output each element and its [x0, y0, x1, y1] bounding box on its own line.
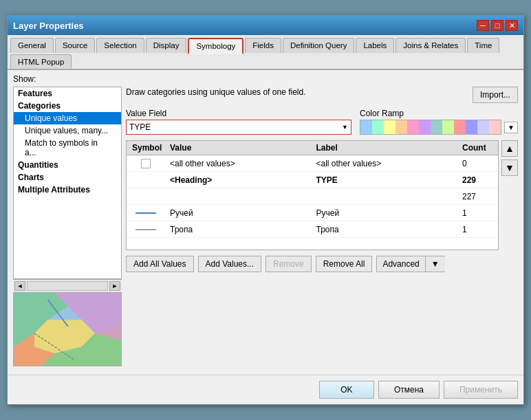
symbol-line-blue-cell	[127, 212, 164, 214]
tab-source[interactable]: Source	[55, 38, 95, 53]
symbol-checkbox[interactable]	[141, 159, 151, 168]
left-panel: Features Categories Unique values Unique…	[13, 87, 122, 279]
tab-display[interactable]: Display	[146, 38, 187, 53]
tab-definition-query[interactable]: Definition Query	[283, 38, 354, 53]
close-button[interactable]: ✕	[506, 20, 518, 31]
window-title: Layer Properties	[13, 21, 84, 31]
advanced-button-group: Advanced ▼	[376, 256, 444, 272]
tab-selection[interactable]: Selection	[96, 38, 144, 53]
tab-time[interactable]: Time	[467, 38, 499, 53]
minimize-button[interactable]: ─	[477, 20, 489, 31]
tab-fields[interactable]: Fields	[245, 38, 281, 53]
td-label-tropa: Тропа	[311, 225, 457, 234]
value-field-select-wrap: TYPE	[126, 120, 351, 135]
table-row: <Heading> TYPE 229	[127, 172, 498, 188]
sidebar-item-match-symbols[interactable]: Match to symbols in a...	[14, 137, 121, 159]
sidebar-item-categories[interactable]: Categories	[14, 100, 121, 112]
remove-all-button[interactable]: Remove All	[316, 256, 373, 272]
sidebar-item-features[interactable]: Features	[14, 87, 121, 100]
table-row: <all other values> <all other values> 0	[127, 155, 498, 172]
move-down-button[interactable]: ▼	[501, 159, 518, 176]
td-value-tropa: Тропа	[164, 225, 311, 234]
td-count-heading: 229	[457, 175, 498, 185]
scroll-right-button[interactable]: ►	[109, 281, 120, 291]
scroll-left-button[interactable]: ◄	[14, 281, 25, 291]
th-value: Value	[164, 143, 311, 153]
td-count-227: 227	[457, 192, 498, 201]
import-button[interactable]: Import...	[473, 87, 518, 103]
td-count-ruchey: 1	[457, 208, 498, 218]
th-label: Label	[311, 143, 457, 153]
color-ramp-dropdown-button[interactable]: ▼	[504, 122, 518, 133]
td-label-heading: TYPE	[311, 175, 457, 185]
tab-general[interactable]: General	[10, 38, 54, 53]
table-row: 227	[127, 188, 498, 205]
main-body: Features Categories Unique values Unique…	[13, 87, 518, 366]
sidebar-item-multiple-attributes[interactable]: Multiple Attributes	[14, 184, 121, 196]
table-arrow-buttons: ▲ ▼	[501, 140, 518, 256]
layer-properties-window: Layer Properties ─ □ ✕ General Source Se…	[7, 15, 524, 405]
table-row: Тропа Тропа 1	[127, 221, 498, 238]
advanced-dropdown-arrow[interactable]: ▼	[425, 256, 445, 272]
tab-joins-relates[interactable]: Joins & Relates	[395, 38, 466, 53]
td-label-other: <all other values>	[311, 159, 457, 168]
left-panel-container: Features Categories Unique values Unique…	[13, 87, 122, 366]
symbol-line-gray	[136, 229, 156, 230]
scroll-track[interactable]	[27, 281, 108, 291]
advanced-label[interactable]: Advanced	[376, 256, 424, 272]
table-row: Ручей Ручей 1	[127, 205, 498, 221]
td-value-other: <all other values>	[164, 159, 311, 168]
draw-categories-label: Draw categories using unique values of o…	[126, 87, 306, 97]
show-label: Show:	[13, 74, 518, 84]
tab-html-popup[interactable]: HTML Popup	[10, 54, 72, 69]
symbol-line-gray-cell	[127, 229, 164, 230]
fields-row: Value Field TYPE Color Ramp ▼	[126, 109, 518, 135]
color-ramp-wrap: ▼	[360, 120, 518, 135]
color-ramp-group: Color Ramp ▼	[360, 109, 518, 135]
bottom-buttons: Add All Values Add Values... Remove Remo…	[126, 256, 518, 272]
td-count-tropa: 1	[457, 225, 498, 234]
table-header: Symbol Value Label Count	[127, 141, 498, 155]
th-count: Count	[457, 143, 498, 153]
title-bar: Layer Properties ─ □ ✕	[8, 16, 523, 35]
right-panel: Draw categories using unique values of o…	[126, 87, 518, 366]
sidebar-item-unique-values[interactable]: Unique values	[14, 112, 121, 124]
cancel-button[interactable]: Отмена	[378, 381, 440, 399]
td-value-heading: <Heading>	[164, 175, 311, 185]
tab-labels[interactable]: Labels	[356, 38, 394, 53]
value-field-group: Value Field TYPE	[126, 109, 351, 135]
add-all-values-button[interactable]: Add All Values	[126, 256, 194, 272]
symbol-checkbox-cell	[127, 159, 164, 168]
values-table: Symbol Value Label Count <all other va	[126, 140, 499, 250]
maximize-button[interactable]: □	[491, 20, 503, 31]
map-preview	[13, 292, 122, 366]
sidebar-item-charts[interactable]: Charts	[14, 171, 121, 184]
footer: OK Отмена Применить	[8, 375, 523, 404]
tabs-row: General Source Selection Display Symbolo…	[8, 35, 523, 70]
left-panel-scrollbar: ◄ ►	[13, 279, 122, 292]
th-symbol: Symbol	[127, 143, 164, 153]
value-field-label: Value Field	[126, 109, 351, 118]
move-up-button[interactable]: ▲	[501, 140, 518, 157]
ok-button[interactable]: OK	[319, 381, 374, 399]
symbol-line-blue	[136, 212, 156, 214]
sidebar-item-quantities[interactable]: Quantities	[14, 159, 121, 171]
value-field-select[interactable]: TYPE	[127, 120, 351, 134]
td-label-ruchey: Ручей	[311, 208, 457, 218]
td-value-ruchey: Ручей	[164, 208, 311, 218]
sidebar-item-unique-values-many[interactable]: Unique values, many...	[14, 124, 121, 137]
table-area: Symbol Value Label Count <all other va	[126, 140, 518, 256]
td-count-other: 0	[457, 159, 498, 168]
add-values-button[interactable]: Add Values...	[198, 256, 262, 272]
apply-button[interactable]: Применить	[444, 381, 518, 399]
color-ramp-label: Color Ramp	[360, 109, 518, 118]
content-area: Show: Features Categories Unique values …	[8, 70, 523, 372]
remove-button[interactable]: Remove	[266, 256, 312, 272]
tab-symbology[interactable]: Symbology	[188, 38, 243, 54]
color-ramp-bar	[360, 120, 501, 135]
